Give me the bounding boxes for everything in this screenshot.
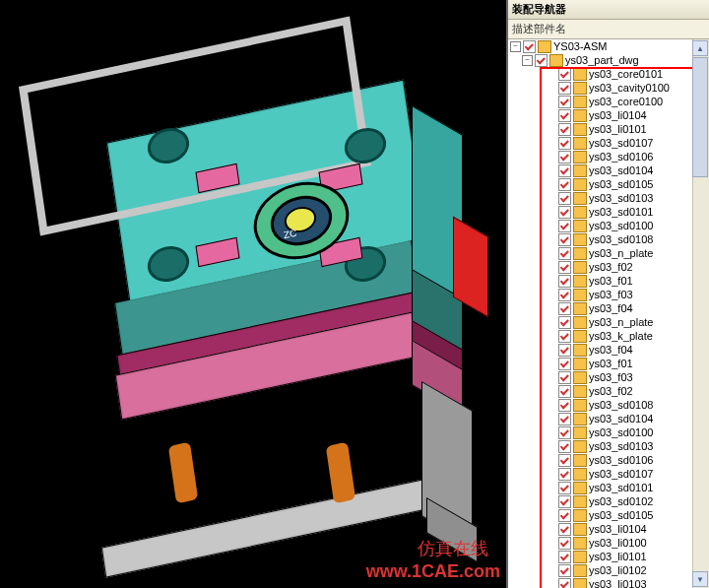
tree-node[interactable]: ys03_sd0106 [508,453,709,467]
visibility-checkbox[interactable] [558,330,571,343]
collapse-icon[interactable]: − [522,55,533,66]
tree-node[interactable]: ys03_core0100 [508,95,709,108]
tree-node[interactable]: ys03_n_plate [508,315,709,329]
tree-node[interactable]: ys03_core0101 [508,67,709,81]
visibility-checkbox[interactable] [558,440,571,453]
tree-node[interactable]: ys03_f02 [508,384,709,398]
node-label: ys03_k_plate [589,329,653,343]
node-label: ys03_li0104 [589,522,647,536]
tree-node[interactable]: ys03_sd0108 [508,398,709,412]
visibility-checkbox[interactable] [558,109,571,122]
tree-node[interactable]: ys03_f01 [508,357,709,370]
visibility-checkbox[interactable] [558,82,571,95]
tree-node[interactable]: ys03_li0101 [508,550,709,563]
tree-node[interactable]: ys03_f04 [508,301,709,315]
visibility-checkbox[interactable] [558,468,571,481]
visibility-checkbox[interactable] [558,261,571,274]
tree-node[interactable]: ys03_sd0100 [508,219,709,232]
tree-node[interactable]: ys03_sd0105 [508,177,709,191]
tree-node[interactable]: ys03_f03 [508,288,709,301]
visibility-checkbox[interactable] [558,509,571,522]
visibility-checkbox[interactable] [558,206,571,219]
part-icon [573,426,587,439]
tree-node[interactable]: ys03_f01 [508,274,709,288]
visibility-checkbox[interactable] [558,344,571,357]
visibility-checkbox[interactable] [558,482,571,494]
tree-node[interactable]: ys03_li0104 [508,108,709,122]
visibility-checkbox[interactable] [558,454,571,467]
visibility-checkbox[interactable] [558,371,571,384]
visibility-checkbox[interactable] [558,385,571,398]
visibility-checkbox[interactable] [558,178,571,191]
collapse-icon[interactable]: − [510,41,521,52]
visibility-checkbox[interactable] [558,302,571,315]
scroll-up-button[interactable]: ▲ [692,40,708,56]
tree-node[interactable]: ys03_sd0108 [508,232,709,246]
visibility-checkbox[interactable] [558,192,571,205]
part-icon [573,316,587,329]
twist-spacer [548,359,556,368]
tree-node[interactable]: ys03_cavity0100 [508,81,709,95]
visibility-checkbox[interactable] [535,54,548,67]
tree-node[interactable]: ys03_li0100 [508,536,709,550]
tree-node[interactable]: ys03_li0104 [508,522,709,536]
visibility-checkbox[interactable] [558,220,571,232]
tree-node[interactable]: ys03_f02 [508,260,709,274]
twist-spacer [548,525,556,534]
visibility-checkbox[interactable] [558,523,571,536]
tree-node[interactable]: ys03_f03 [508,370,709,384]
visibility-checkbox[interactable] [558,123,571,136]
tree-node[interactable]: ys03_sd0105 [508,508,709,522]
visibility-checkbox[interactable] [558,399,571,412]
visibility-checkbox[interactable] [558,358,571,370]
scroll-thumb[interactable] [692,57,708,177]
tree-node[interactable]: −ys03_part_dwg [508,53,709,67]
visibility-checkbox[interactable] [558,495,571,508]
node-label: ys03_f03 [589,370,633,384]
visibility-checkbox[interactable] [558,578,571,589]
part-icon [573,509,587,522]
visibility-checkbox[interactable] [558,316,571,329]
scroll-down-button[interactable]: ▼ [692,571,708,587]
visibility-checkbox[interactable] [558,96,571,108]
visibility-checkbox[interactable] [558,289,571,301]
tree-node[interactable]: ys03_sd0104 [508,412,709,425]
tree-node[interactable]: ys03_li0101 [508,122,709,136]
viewport-3d[interactable]: 1CAE.COM [0,0,508,588]
visibility-checkbox[interactable] [558,233,571,246]
tree-node[interactable]: ys03_li0103 [508,577,709,588]
tree-node[interactable]: ys03_sd0107 [508,467,709,481]
visibility-checkbox[interactable] [558,537,571,550]
visibility-checkbox[interactable] [558,426,571,439]
tree-node[interactable]: ys03_sd0103 [508,439,709,453]
visibility-checkbox[interactable] [558,551,571,563]
tree-node[interactable]: ys03_li0102 [508,563,709,577]
tree-node[interactable]: ys03_sd0100 [508,425,709,439]
visibility-checkbox[interactable] [558,275,571,288]
visibility-checkbox[interactable] [558,247,571,260]
visibility-checkbox[interactable] [558,151,571,163]
node-label: ys03_f02 [589,260,633,274]
visibility-checkbox[interactable] [523,40,536,53]
tree-node[interactable]: ys03_sd0103 [508,191,709,205]
tree-node[interactable]: ys03_k_plate [508,329,709,343]
tree-node[interactable]: ys03_sd0104 [508,163,709,177]
tree-node[interactable]: ys03_sd0102 [508,494,709,508]
visibility-checkbox[interactable] [558,164,571,177]
tree-node[interactable]: ys03_sd0106 [508,150,709,163]
tree-node[interactable]: ys03_f04 [508,343,709,357]
tree-node[interactable]: ys03_sd0107 [508,136,709,150]
visibility-checkbox[interactable] [558,137,571,150]
scrollbar-track[interactable]: ▲ ▼ [692,39,709,588]
tree-node[interactable]: ys03_n_plate [508,246,709,260]
tree-node[interactable]: ys03_sd0101 [508,481,709,494]
node-label: ys03_sd0101 [589,205,653,219]
twist-spacer [548,332,556,341]
tree-node[interactable]: −YS03-ASM [508,39,709,53]
navigator-column-header[interactable]: 描述部件名 [508,20,709,39]
visibility-checkbox[interactable] [558,68,571,81]
assembly-tree[interactable]: −YS03-ASM−ys03_part_dwgys03_core0101ys03… [508,39,709,588]
tree-node[interactable]: ys03_sd0101 [508,205,709,219]
visibility-checkbox[interactable] [558,564,571,577]
visibility-checkbox[interactable] [558,413,571,425]
